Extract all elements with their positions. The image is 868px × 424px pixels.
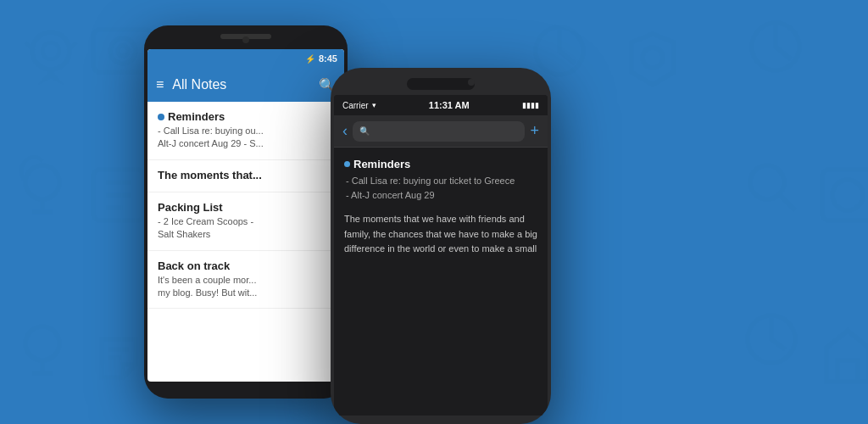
note-preview: - Call Lisa re: buying ou...Alt-J concer… (158, 125, 334, 151)
svg-rect-20 (837, 360, 858, 382)
svg-point-15 (25, 326, 59, 360)
svg-point-3 (110, 38, 136, 64)
svg-point-4 (118, 46, 128, 56)
note-title: The moments that... (158, 169, 334, 181)
android-phone: ⚡ 8:45 ≡ All Notes 🔍 Reminders - Call Li… (144, 25, 348, 399)
back-button[interactable]: ‹ (342, 122, 348, 140)
iphone: Carrier ▾ 11:31 AM ▮▮▮▮ ‹ 🔍 + Reminders … (331, 68, 551, 424)
iphone-note-content: Reminders - Call Lisa re: buying our tic… (334, 148, 548, 267)
svg-line-12 (780, 195, 795, 210)
svg-point-1 (42, 42, 59, 59)
iphone-search-icon: 🔍 (359, 126, 370, 136)
android-status-bar: ⚡ 8:45 (147, 49, 344, 68)
android-screen: ⚡ 8:45 ≡ All Notes 🔍 Reminders - Call Li… (147, 49, 344, 382)
android-notes-list: Reminders - Call Lisa re: buying ou...Al… (147, 102, 344, 309)
note-title: Reminders (158, 110, 334, 123)
list-item[interactable]: Back on track It's been a couple mor...m… (147, 251, 344, 310)
iphone-wifi-icon: ▾ (372, 101, 376, 109)
iphone-note-title: Reminders (344, 158, 537, 170)
toolbar-title: All Notes (172, 77, 310, 92)
iphone-plus-button[interactable]: + (530, 122, 539, 140)
list-item[interactable]: Reminders - Call Lisa re: buying ou...Al… (147, 102, 344, 160)
iphone-note-item-2: - Alt-J concert Aug 29 (346, 188, 537, 203)
note-title: Packing List (158, 201, 334, 214)
iphone-note-item-1: - Call Lisa re: buying our ticket to Gre… (346, 174, 537, 188)
svg-point-11 (750, 165, 784, 199)
iphone-toolbar: ‹ 🔍 + (334, 115, 548, 148)
android-status-time: 8:45 (319, 53, 337, 64)
hamburger-menu-icon[interactable]: ≡ (156, 77, 164, 92)
iphone-note-dot-icon (344, 161, 350, 167)
iphone-camera (468, 79, 475, 86)
svg-point-6 (643, 47, 663, 68)
android-camera (242, 36, 249, 43)
android-toolbar: ≡ All Notes 🔍 (147, 68, 344, 102)
iphone-screen: Carrier ▾ 11:31 AM ▮▮▮▮ ‹ 🔍 + Reminders … (334, 95, 548, 416)
svg-point-0 (32, 32, 70, 70)
iphone-battery-icon: ▮▮▮▮ (522, 101, 539, 109)
list-item[interactable]: Packing List - 2 Ice Cream Scoops -Salt … (147, 192, 344, 251)
iphone-note-body: The moments that we have with friends an… (344, 212, 537, 257)
iphone-search-bar[interactable]: 🔍 (353, 121, 525, 142)
iphone-time: 11:31 AM (429, 100, 470, 110)
note-title: Back on track (158, 259, 334, 272)
svg-point-8 (25, 165, 59, 199)
note-preview: - 2 Ice Cream Scoops -Salt Shakers (158, 215, 334, 242)
list-item[interactable]: The moments that... (147, 160, 344, 192)
iphone-status-bar: Carrier ▾ 11:31 AM ▮▮▮▮ (334, 95, 548, 115)
android-battery-icon: ⚡ (305, 54, 315, 64)
note-dot-icon (158, 114, 164, 120)
iphone-carrier: Carrier (342, 101, 369, 110)
svg-point-14 (832, 180, 863, 210)
note-preview: It's been a couple mor...my blog. Busy! … (158, 274, 334, 300)
